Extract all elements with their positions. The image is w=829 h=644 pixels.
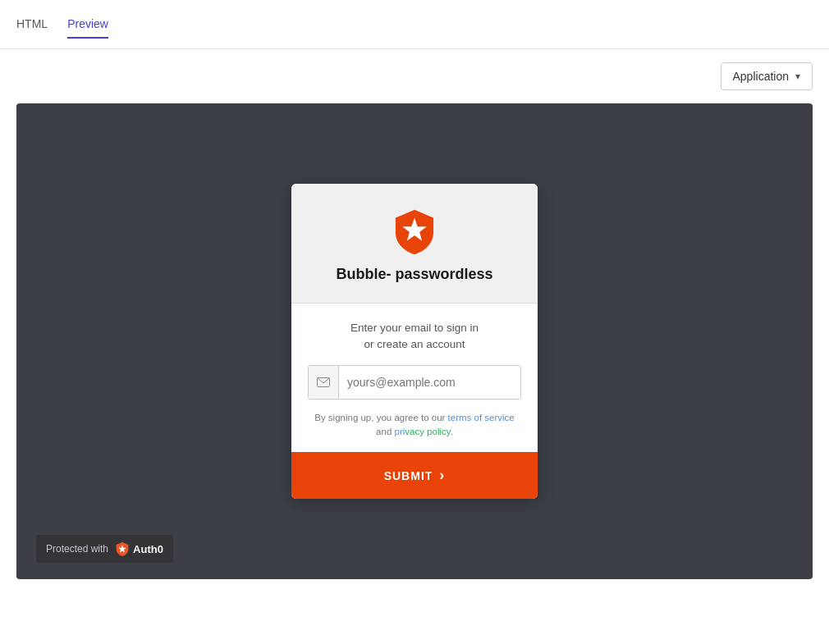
submit-label: SUBMIT: [384, 469, 433, 482]
card-title: Bubble- passwordless: [336, 266, 492, 283]
terms-of-service-link[interactable]: terms of service: [448, 413, 515, 422]
email-input[interactable]: [339, 366, 520, 399]
submit-button[interactable]: SUBMIT ›: [384, 467, 446, 484]
email-icon-box: [309, 366, 339, 399]
tab-html[interactable]: HTML: [16, 11, 48, 39]
submit-arrow-icon: ›: [439, 467, 445, 484]
privacy-policy-link-2[interactable]: vacy policy: [405, 427, 450, 436]
terms-before: By signing up, you agree to our: [314, 413, 447, 422]
email-input-wrapper: [308, 365, 521, 400]
preview-area: Bubble- passwordless Enter your email to…: [16, 103, 813, 579]
protected-text: Protected with: [46, 543, 108, 555]
auth0-logo: Auth0: [115, 541, 163, 556]
auth0-brand-label: Auth0: [133, 543, 163, 555]
terms-text: By signing up, you agree to our terms of…: [308, 411, 521, 440]
privacy-policy-link-1[interactable]: pri: [395, 427, 405, 436]
auth0-shield-icon: [115, 541, 130, 556]
terms-middle: and: [376, 427, 394, 436]
tab-preview[interactable]: Preview: [67, 11, 108, 39]
auth-card: Bubble- passwordless Enter your email to…: [291, 184, 538, 499]
card-description: Enter your email to sign in or create an…: [308, 320, 521, 354]
tab-bar: HTML Preview: [0, 0, 829, 49]
card-header: Bubble- passwordless: [291, 184, 538, 304]
application-dropdown-label: Application: [733, 70, 790, 83]
description-line1: Enter your email to sign in: [350, 322, 479, 334]
email-icon: [317, 376, 330, 389]
chevron-down-icon: ▾: [795, 71, 800, 82]
application-dropdown[interactable]: Application ▾: [721, 62, 813, 90]
card-body: Enter your email to sign in or create an…: [291, 304, 538, 452]
description-line2: or create an account: [364, 338, 465, 350]
toolbar: Application ▾: [0, 49, 829, 103]
card-footer[interactable]: SUBMIT ›: [291, 452, 538, 499]
terms-after: .: [451, 427, 453, 436]
protected-badge: Protected with Auth0: [36, 535, 173, 563]
shield-icon: [392, 208, 437, 254]
